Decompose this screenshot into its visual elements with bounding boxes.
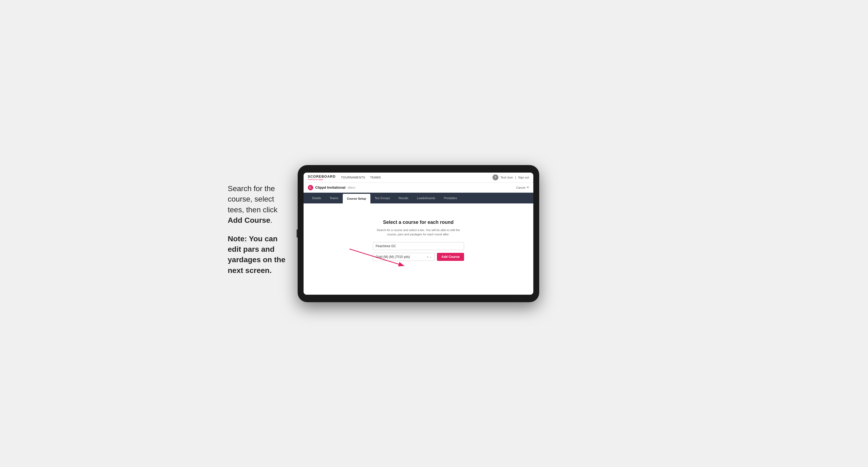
user-name: Test User [501, 176, 513, 179]
tab-navigation: Details Teams Course Setup Tee Groups Re… [304, 193, 533, 204]
tournament-title: C Clippd Invitational (Men) [308, 185, 355, 190]
cancel-button[interactable]: Cancel ✕ [516, 186, 529, 189]
tab-tee-groups[interactable]: Tee Groups [370, 193, 394, 203]
app-navbar: SCOREBOARD Powered by clippd TOURNAMENTS… [304, 173, 533, 183]
main-nav: TOURNAMENTS TEAMS [341, 176, 381, 179]
tab-details[interactable]: Details [308, 193, 326, 203]
separator: | [515, 176, 516, 179]
course-section: Select a course for each round Search fo… [373, 220, 464, 261]
tournament-icon: C [308, 185, 313, 190]
tablet-device: SCOREBOARD Powered by clippd TOURNAMENTS… [298, 165, 539, 302]
tee-select-value: Gold (M) (M) (7010 yds) [376, 255, 410, 259]
tab-leaderboards[interactable]: Leaderboards [413, 193, 440, 203]
annotation-text-2: Note: You can edit pars and yardages on … [228, 234, 289, 276]
course-section-description: Search for a course and select a tee. Yo… [373, 228, 464, 237]
navbar-right: T Test User | Sign out [493, 175, 529, 180]
tee-select-dropdown[interactable]: Gold (M) (M) (7010 yds) × ⌄ [373, 253, 435, 261]
nav-tournaments[interactable]: TOURNAMENTS [341, 176, 365, 179]
tee-select-controls: × ⌄ [427, 255, 432, 258]
tournament-name: Clippd Invitational [315, 185, 346, 189]
signout-link[interactable]: Sign out [518, 176, 529, 179]
logo-title: SCOREBOARD [308, 175, 336, 179]
course-section-heading: Select a course for each round [373, 220, 464, 225]
course-search-input[interactable] [373, 242, 464, 250]
nav-teams[interactable]: TEAMS [370, 176, 381, 179]
tablet-side-button [297, 229, 298, 238]
tournament-bar: C Clippd Invitational (Men) Cancel ✕ [304, 183, 533, 193]
main-content: Select a course for each round Search fo… [304, 204, 533, 295]
clear-icon[interactable]: × [427, 255, 428, 258]
add-course-button[interactable]: Add Course [437, 253, 464, 261]
annotation-text-1: Search for the course, select tees, then… [228, 183, 289, 225]
tee-select-row: Gold (M) (M) (7010 yds) × ⌄ Add Course [373, 253, 464, 261]
expand-icon[interactable]: ⌄ [429, 255, 432, 258]
tab-course-setup[interactable]: Course Setup [343, 194, 371, 204]
tournament-subtitle: (Men) [348, 186, 355, 189]
logo-subtitle: Powered by clippd [308, 179, 336, 180]
scoreboard-logo: SCOREBOARD Powered by clippd [308, 175, 336, 180]
annotation-panel: Search for the course, select tees, then… [222, 178, 298, 289]
user-avatar: T [493, 175, 498, 180]
navbar-left: SCOREBOARD Powered by clippd TOURNAMENTS… [308, 175, 381, 180]
tab-results[interactable]: Results [394, 193, 413, 203]
tablet-screen: SCOREBOARD Powered by clippd TOURNAMENTS… [304, 173, 533, 295]
tab-teams[interactable]: Teams [325, 193, 342, 203]
tab-printables[interactable]: Printables [440, 193, 461, 203]
